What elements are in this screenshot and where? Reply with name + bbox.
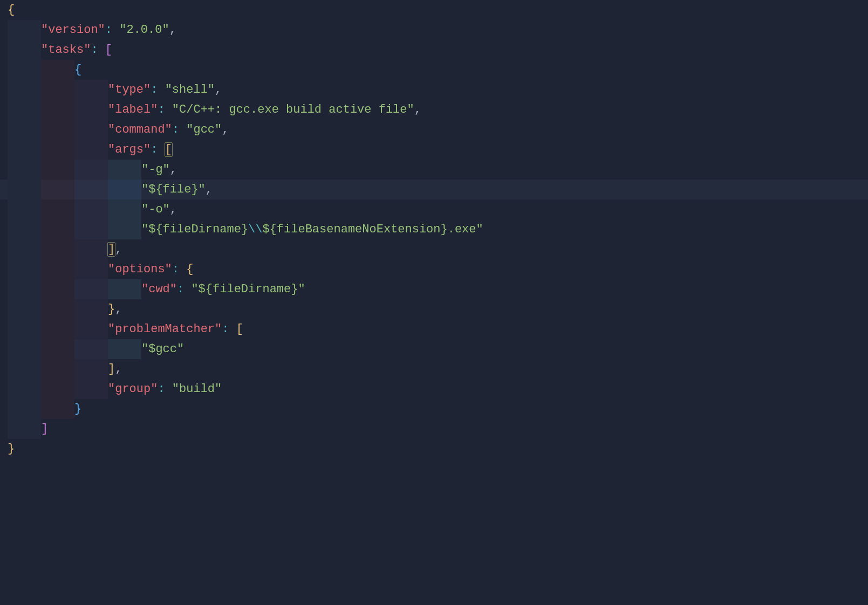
code-line[interactable]: "command": "gcc",: [0, 120, 868, 140]
code-line[interactable]: "label": "C/C++: gcc.exe build active fi…: [0, 100, 868, 120]
code-line[interactable]: }: [0, 399, 868, 419]
close-bracket: ]: [108, 362, 115, 376]
code-line[interactable]: "${fileDirname}\\${fileBasenameNoExtensi…: [0, 219, 868, 239]
json-string: "C/C++: gcc.exe build active file": [172, 103, 414, 116]
code-line[interactable]: "options": {: [0, 259, 868, 279]
open-brace: {: [74, 63, 81, 77]
code-line-active[interactable]: "${file}",: [0, 180, 868, 200]
code-line[interactable]: "group": "build": [0, 379, 868, 399]
close-bracket: ]: [41, 422, 48, 436]
json-key: "problemMatcher": [108, 322, 222, 336]
json-key: "args": [108, 143, 151, 156]
json-string: "gcc": [186, 123, 222, 136]
json-string: ${fileBasenameNoExtension}.exe": [262, 223, 483, 236]
json-key: "label": [108, 103, 158, 116]
code-line[interactable]: "cwd": "${fileDirname}": [0, 279, 868, 299]
escape-seq: \\: [248, 223, 262, 236]
json-key: "tasks": [41, 43, 91, 57]
code-line[interactable]: "problemMatcher": [: [0, 319, 868, 339]
json-string: "-g": [141, 163, 170, 176]
json-key: "group": [108, 382, 158, 396]
code-line[interactable]: "-g",: [0, 160, 868, 180]
json-string: "${file}": [141, 183, 206, 196]
code-line[interactable]: "-o",: [0, 200, 868, 219]
json-key: "options": [108, 263, 172, 276]
code-line[interactable]: "tasks": [: [0, 40, 868, 60]
open-bracket-matched: [: [165, 142, 173, 157]
code-editor[interactable]: { "version": "2.0.0", "tasks": [ { "type…: [0, 0, 868, 459]
code-line[interactable]: "args": [: [0, 140, 868, 160]
json-string: "${fileDirname}": [191, 283, 305, 296]
open-bracket: [: [236, 322, 243, 336]
open-brace: {: [186, 263, 193, 276]
code-line[interactable]: ],: [0, 239, 868, 259]
json-string: "-o": [141, 203, 170, 216]
code-line[interactable]: "type": "shell",: [0, 80, 868, 100]
close-brace: }: [74, 402, 81, 416]
json-string: "build": [172, 382, 222, 396]
close-brace: }: [8, 442, 15, 456]
code-line[interactable]: },: [0, 299, 868, 319]
code-line[interactable]: "version": "2.0.0",: [0, 20, 868, 40]
code-line[interactable]: ],: [0, 359, 868, 379]
open-brace: {: [8, 3, 15, 17]
json-string: "shell": [165, 83, 215, 97]
json-key: "type": [108, 83, 151, 97]
json-string: "${fileDirname}: [141, 223, 248, 236]
json-string: "2.0.0": [119, 23, 169, 37]
code-line[interactable]: "$gcc": [0, 339, 868, 359]
json-key: "version": [41, 23, 105, 37]
code-line[interactable]: {: [0, 0, 868, 20]
close-brace: }: [108, 302, 115, 316]
code-line[interactable]: }: [0, 439, 868, 459]
close-bracket-matched: ]: [107, 242, 115, 257]
open-bracket: [: [105, 43, 112, 57]
code-line[interactable]: ]: [0, 419, 868, 439]
json-key: "cwd": [141, 283, 177, 296]
json-key: "command": [108, 123, 172, 136]
json-string: "$gcc": [141, 342, 184, 356]
code-line[interactable]: {: [0, 60, 868, 80]
